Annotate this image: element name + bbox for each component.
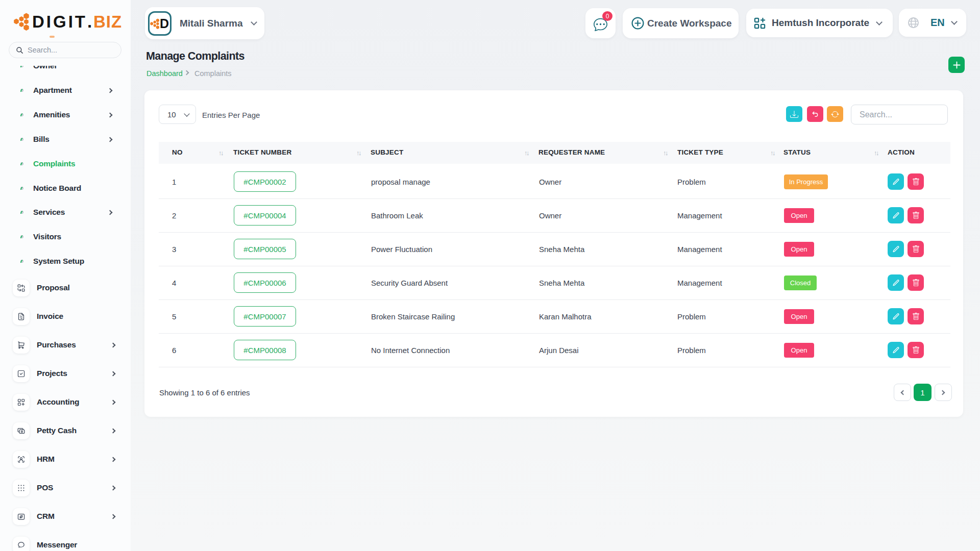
svg-text:DIGIT: DIGIT [32, 12, 87, 31]
svg-text:BIZ: BIZ [93, 12, 122, 31]
svg-text:D: D [160, 16, 169, 31]
svg-text:.: . [87, 12, 92, 31]
